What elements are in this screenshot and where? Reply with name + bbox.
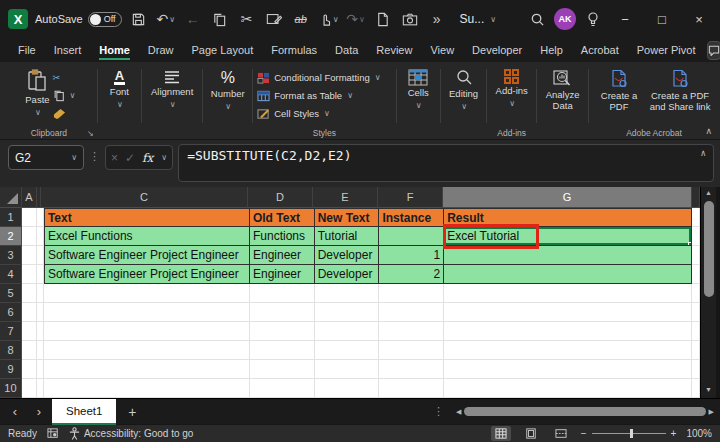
cell[interactable] [315, 379, 380, 398]
format-as-table-button[interactable]: Format as Table∨ [257, 88, 353, 103]
row-header-10[interactable]: 10 [0, 379, 22, 398]
column-header-e[interactable]: E [313, 187, 378, 208]
vertical-scrollbar[interactable]: ▲ ▼ [700, 187, 716, 398]
cell[interactable] [444, 322, 692, 341]
maximize-button[interactable]: □ [647, 5, 677, 33]
tab-draw[interactable]: Draw [140, 41, 182, 59]
fill-handle[interactable] [688, 242, 692, 246]
autosave-switch[interactable]: Off [88, 12, 122, 27]
cell[interactable] [37, 246, 44, 265]
zoom-in-button[interactable]: + [671, 428, 677, 439]
touch-mode-icon[interactable]: ∨ [318, 7, 339, 31]
cell[interactable] [444, 341, 692, 360]
editing-menu-button[interactable]: Editing ∨ [446, 66, 481, 125]
cell[interactable] [444, 303, 692, 322]
close-button[interactable]: × [684, 5, 714, 33]
cell-D3[interactable]: Engineer [250, 246, 315, 265]
cell-F1[interactable]: Instance [379, 208, 444, 227]
cell[interactable] [315, 341, 380, 360]
cell[interactable] [379, 284, 444, 303]
cell[interactable] [44, 322, 250, 341]
cell-D1[interactable]: Old Text [250, 208, 315, 227]
cell[interactable] [37, 227, 44, 246]
cell[interactable] [444, 284, 692, 303]
horizontal-scrollbar[interactable]: ◀ ▶ [454, 405, 716, 419]
cell[interactable] [37, 341, 44, 360]
cell[interactable] [379, 303, 444, 322]
paste-button[interactable]: Paste ∨ [22, 66, 52, 125]
row-header-2[interactable]: 2 [0, 227, 22, 246]
number-menu-button[interactable]: % Number ∨ [208, 66, 248, 125]
comments-button[interactable] [707, 41, 720, 60]
new-file-icon[interactable] [373, 7, 393, 31]
row-header-8[interactable]: 8 [0, 341, 22, 360]
cell[interactable] [692, 246, 700, 265]
cells-menu-button[interactable]: Cells ∨ [405, 66, 432, 125]
scroll-right-icon[interactable]: ▶ [709, 408, 714, 416]
prev-sheet-icon[interactable]: ‹ [4, 404, 26, 419]
tab-developer[interactable]: Developer [464, 41, 530, 59]
formula-input[interactable]: =SUBSTITUTE(C2,D2,E2) ∧ [178, 144, 714, 182]
cell-F4[interactable]: 2 [379, 265, 444, 284]
cell[interactable] [22, 227, 37, 246]
cell[interactable] [44, 360, 250, 379]
cell[interactable] [250, 303, 315, 322]
autosave-toggle[interactable]: AutoSave Off [35, 12, 122, 27]
cell[interactable] [22, 284, 37, 303]
cell[interactable] [379, 360, 444, 379]
cell-F3[interactable]: 1 [379, 246, 444, 265]
cell[interactable] [37, 322, 44, 341]
cell[interactable] [250, 322, 315, 341]
column-header-f[interactable]: F [378, 187, 443, 208]
cell[interactable] [692, 303, 700, 322]
ribbon-collapse-icon[interactable]: ∧ [705, 126, 712, 136]
cell[interactable] [692, 341, 700, 360]
row-header-1[interactable]: 1 [0, 208, 22, 227]
select-all-corner[interactable] [0, 187, 22, 208]
cell[interactable] [692, 284, 700, 303]
cell[interactable] [379, 322, 444, 341]
search-icon[interactable] [527, 7, 547, 31]
row-header-6[interactable]: 6 [0, 303, 22, 322]
cell[interactable] [315, 303, 380, 322]
cell[interactable] [315, 322, 380, 341]
cell-E1[interactable]: New Text [315, 208, 380, 227]
cut-icon[interactable]: ✂ [237, 7, 257, 31]
cell[interactable] [22, 341, 37, 360]
tab-page-layout[interactable]: Page Layout [183, 41, 261, 59]
addins-button[interactable]: Add-ins ∨ [493, 66, 531, 125]
cell[interactable] [22, 208, 37, 227]
cell[interactable] [250, 379, 315, 398]
row-header-3[interactable]: 3 [0, 246, 22, 265]
cell[interactable] [250, 360, 315, 379]
tab-help[interactable]: Help [532, 41, 571, 59]
cell[interactable] [22, 360, 37, 379]
cell-E2[interactable]: Tutorial [315, 227, 380, 246]
column-header-c[interactable]: C [41, 187, 248, 208]
analyze-data-button[interactable]: Analyze Data [541, 66, 584, 125]
zoom-level[interactable]: 100% [686, 428, 712, 439]
macro-record-icon[interactable] [47, 428, 59, 439]
cell[interactable] [37, 284, 44, 303]
zoom-slider[interactable] [592, 433, 666, 434]
cell[interactable] [22, 379, 37, 398]
column-header-sliver[interactable] [692, 187, 700, 208]
cell[interactable] [37, 265, 44, 284]
name-box[interactable]: G2 ∨ [8, 145, 84, 170]
cut-button[interactable]: ✂ [53, 70, 76, 85]
conditional-formatting-button[interactable]: Conditional Formatting∨ [257, 70, 380, 85]
cell[interactable] [692, 265, 700, 284]
save-icon[interactable] [129, 7, 149, 31]
horizontal-scroll-thumb[interactable] [464, 407, 705, 416]
font-menu-button[interactable]: A Font ∨ [107, 66, 132, 125]
cell[interactable] [692, 227, 700, 246]
cell[interactable] [22, 246, 37, 265]
undo-icon[interactable]: ↶∨ [156, 7, 176, 31]
cell[interactable] [692, 379, 700, 398]
cell[interactable] [444, 360, 692, 379]
row-header-7[interactable]: 7 [0, 322, 22, 341]
cell[interactable] [315, 284, 380, 303]
cell[interactable] [44, 341, 250, 360]
tab-view[interactable]: View [422, 41, 462, 59]
cell[interactable] [37, 360, 44, 379]
